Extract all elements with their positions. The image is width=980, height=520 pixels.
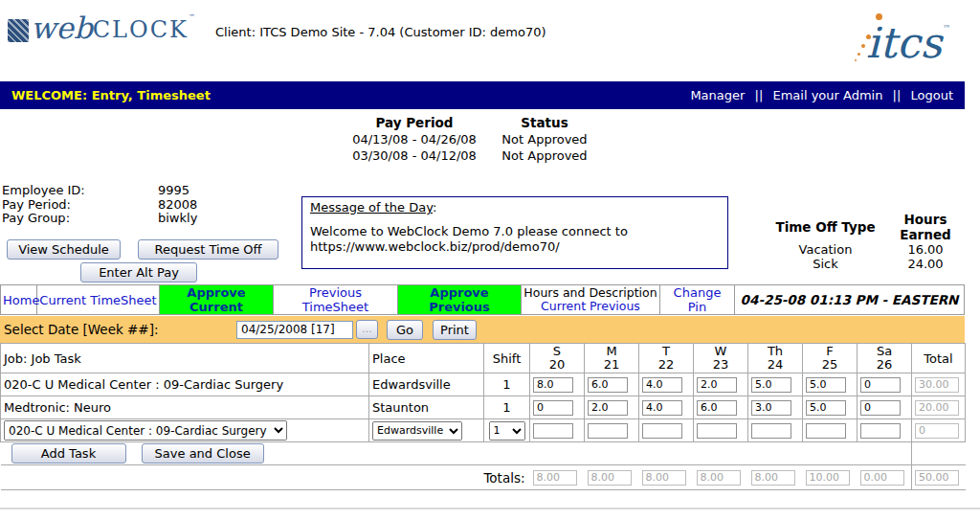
grand-total-input [915,470,959,486]
request-time-off-button[interactable]: Request Time Off [138,239,278,260]
welcome-links: Manager || Email your Admin || Logout [690,88,953,102]
hour-input[interactable] [642,400,682,416]
day-total-cell [803,465,858,490]
day-total-cell [858,465,912,490]
hour-input-empty[interactable] [860,423,901,439]
hour-input[interactable] [806,377,846,393]
hour-cell [694,419,748,442]
date-picker-button[interactable]: ... [356,320,378,339]
hour-cell [858,396,912,419]
hour-input-empty[interactable] [533,423,573,439]
hour-input[interactable] [697,377,737,393]
logout-link[interactable]: Logout [910,88,953,102]
employee-info: Employee ID: 9995 Pay Period: 82008 Pay … [2,184,197,226]
welcome-message: WELCOME: Entry, Timesheet [11,88,211,102]
job-cell: 020-C U Medical Center : 09-Cardiac Surg… [1,373,369,396]
manager-link[interactable]: Manager [690,88,745,102]
buttons-cell: Add Task Save and Close [1,442,912,465]
select-date-label: Select Date [Week ##]: [4,322,236,337]
hour-input[interactable] [751,400,791,416]
totals-label: Totals: [1,465,530,490]
add-task-button[interactable]: Add Task [11,443,126,463]
tab-previous-timesheet[interactable]: Previous TimeSheet [274,285,398,315]
time-off-table: Time Off Type Hours Earned Vacation 16.0… [766,212,966,271]
select-date-bar: Select Date [Week ##]: ... Go Print [0,316,965,343]
pay-period-status: Not Approved [486,131,603,147]
pay-period-row: 03/30/08 - 04/12/08 Not Approved [343,147,603,164]
place-select-cell: Edwardsville [369,419,484,442]
shift-column-header: Shift [484,344,530,373]
shift-select[interactable]: 1 [489,421,525,441]
tab-approve-previous[interactable]: Approve Previous [398,285,522,315]
place-cell: Staunton [369,396,484,419]
shift-select-cell: 1 [484,419,530,442]
print-button[interactable]: Print [433,320,477,340]
tab-approve-current[interactable]: Approve Current [160,285,274,315]
date-input[interactable] [236,321,353,339]
day-total-cell [748,465,803,490]
pay-group-label: Pay Group: [2,212,158,226]
place-select[interactable]: Edwardsville [372,421,462,441]
hours-desc-current-link[interactable]: Current [541,299,586,313]
job-select-cell: 020-C U Medical Center : 09-Cardiac Surg… [1,419,369,442]
hour-cell [530,396,585,419]
email-admin-link[interactable]: Email your Admin [772,88,882,102]
row-total-cell [912,419,966,442]
tab-home[interactable]: Home [1,285,37,315]
shift-cell: 1 [484,373,530,396]
hour-input-empty[interactable] [751,423,791,439]
hour-cell [748,396,803,419]
hour-input-empty[interactable] [806,423,846,439]
hour-input[interactable] [588,400,628,416]
logo-web-text: web [31,13,93,42]
spacer-cell [912,442,966,465]
hour-input[interactable] [806,400,846,416]
go-button[interactable]: Go [387,320,423,340]
tab-current-timesheet[interactable]: Current TimeSheet [37,285,160,315]
view-schedule-button[interactable]: View Schedule [7,239,121,260]
bottom-divider [0,508,980,509]
hour-input[interactable] [533,400,573,416]
hour-input[interactable] [642,377,682,393]
day-column-header: Sa26 [858,344,912,373]
hour-cell [694,373,748,396]
itcs-dot-icon [855,59,857,61]
hours-description-title: Hours and Description [523,286,657,300]
time-off-row: Sick 24.00 [766,257,966,271]
row-total-input [915,377,959,393]
hour-input[interactable] [860,377,901,393]
pay-group-value: biwkly [158,212,197,226]
itcs-dot-icon [866,34,871,39]
employee-id-value: 9995 [158,184,189,198]
timesheet-header-row: Job: Job Task Place Shift S20 M21 T22 W2… [1,344,966,373]
hour-cell [748,419,803,442]
enter-alt-pay-button[interactable]: Enter Alt Pay [80,262,197,283]
save-and-close-button[interactable]: Save and Close [142,443,264,463]
motd-colon: : [433,200,436,215]
hour-input[interactable] [588,377,628,393]
day-total-cell [530,465,585,490]
hours-description-links: Current Previous [523,300,657,313]
hour-input[interactable] [751,377,791,393]
motd-title: Message of the Day [310,200,433,215]
hour-input[interactable] [533,377,573,393]
hour-input-empty[interactable] [642,423,682,439]
tab-change-pin[interactable]: Change Pin [660,285,735,315]
itcs-dot-icon [861,44,865,48]
hours-desc-previous-link[interactable]: Previous [590,299,640,313]
hour-cell [858,419,912,442]
hour-input[interactable] [697,400,737,416]
totals-row: Totals: [1,465,966,490]
pay-period-summary-table: Pay Period Status 04/13/08 - 04/26/08 No… [343,114,603,164]
job-column-header: Job: Job Task [1,344,369,373]
day-total-cell [694,465,748,490]
day-total-input [751,470,795,486]
job-select[interactable]: 020-C U Medical Center : 09-Cardiac Surg… [4,420,287,441]
tab-hours-and-description: Hours and Description Current Previous [522,285,660,315]
hour-input-empty[interactable] [697,423,737,439]
day-column-header: S20 [530,344,585,373]
hour-input[interactable] [860,400,901,416]
time-off-type: Vacation [766,242,885,257]
hour-input-empty[interactable] [588,423,628,439]
hour-cell [639,373,694,396]
